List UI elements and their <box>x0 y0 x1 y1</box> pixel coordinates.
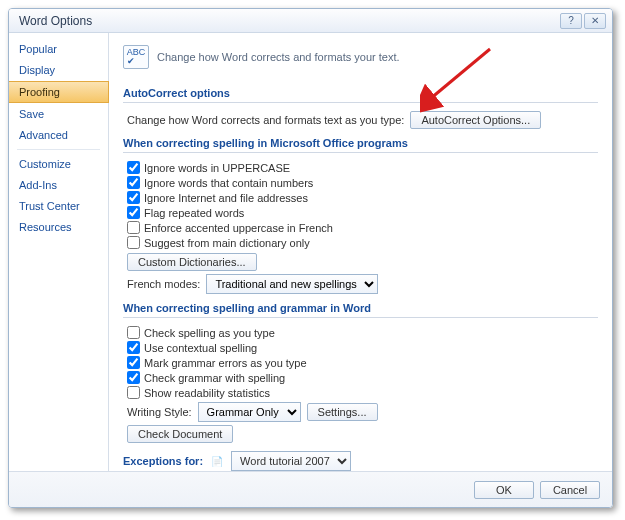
sidebar-item-addins[interactable]: Add-Ins <box>9 175 108 195</box>
sidebar-item-proofing[interactable]: Proofing <box>9 81 109 103</box>
chk-ignore-internet[interactable] <box>127 191 140 204</box>
autocorrect-desc: Change how Word corrects and formats tex… <box>127 114 404 126</box>
chk-contextual[interactable] <box>127 341 140 354</box>
chk-mark-grammar[interactable] <box>127 356 140 369</box>
section-autocorrect-title: AutoCorrect options <box>123 85 598 103</box>
close-button[interactable]: ✕ <box>584 13 606 29</box>
lbl-contextual: Use contextual spelling <box>144 342 257 354</box>
chk-flag-repeated[interactable] <box>127 206 140 219</box>
intro-text: Change how Word corrects and formats you… <box>157 51 400 63</box>
chk-check-grammar-spelling[interactable] <box>127 371 140 384</box>
exceptions-label: Exceptions for: <box>123 455 203 467</box>
lbl-ignore-internet: Ignore Internet and file addresses <box>144 192 308 204</box>
check-document-button[interactable]: Check Document <box>127 425 233 443</box>
cancel-button[interactable]: Cancel <box>540 481 600 499</box>
lbl-ignore-uppercase: Ignore words in UPPERCASE <box>144 162 290 174</box>
section-exceptions-head: Exceptions for: 📄 Word tutorial 2007 <box>123 449 598 471</box>
titlebar: Word Options ? ✕ <box>9 9 612 33</box>
sidebar-item-resources[interactable]: Resources <box>9 217 108 237</box>
sidebar-item-advanced[interactable]: Advanced <box>9 125 108 145</box>
sidebar-item-popular[interactable]: Popular <box>9 39 108 59</box>
sidebar-separator <box>17 149 100 150</box>
window-title: Word Options <box>19 14 92 28</box>
autocorrect-options-button[interactable]: AutoCorrect Options... <box>410 111 541 129</box>
chk-ignore-uppercase[interactable] <box>127 161 140 174</box>
chk-check-spelling-type[interactable] <box>127 326 140 339</box>
writing-style-select[interactable]: Grammar Only <box>198 402 301 422</box>
sidebar-item-trust-center[interactable]: Trust Center <box>9 196 108 216</box>
settings-button[interactable]: Settings... <box>307 403 378 421</box>
section-word-spell-title: When correcting spelling and grammar in … <box>123 300 598 318</box>
exceptions-doc-select[interactable]: Word tutorial 2007 <box>231 451 351 471</box>
body: Popular Display Proofing Save Advanced C… <box>9 33 612 471</box>
lbl-main-dict: Suggest from main dictionary only <box>144 237 310 249</box>
sidebar: Popular Display Proofing Save Advanced C… <box>9 33 109 471</box>
section-office-spell-title: When correcting spelling in Microsoft Of… <box>123 135 598 153</box>
sidebar-item-display[interactable]: Display <box>9 60 108 80</box>
help-button[interactable]: ? <box>560 13 582 29</box>
document-icon: 📄 <box>209 454 225 468</box>
chk-readability[interactable] <box>127 386 140 399</box>
word-options-window: Word Options ? ✕ Popular Display Proofin… <box>8 8 613 508</box>
chk-enforce-accented[interactable] <box>127 221 140 234</box>
sidebar-item-customize[interactable]: Customize <box>9 154 108 174</box>
lbl-mark-grammar: Mark grammar errors as you type <box>144 357 307 369</box>
footer: OK Cancel <box>9 471 612 507</box>
lbl-readability: Show readability statistics <box>144 387 270 399</box>
french-modes-label: French modes: <box>127 278 200 290</box>
intro-row: ABC✔ Change how Word corrects and format… <box>123 43 598 79</box>
chk-main-dict[interactable] <box>127 236 140 249</box>
main-panel: ABC✔ Change how Word corrects and format… <box>109 33 612 471</box>
ok-button[interactable]: OK <box>474 481 534 499</box>
custom-dictionaries-button[interactable]: Custom Dictionaries... <box>127 253 257 271</box>
lbl-check-grammar-spelling: Check grammar with spelling <box>144 372 285 384</box>
writing-style-label: Writing Style: <box>127 406 192 418</box>
lbl-ignore-numbers: Ignore words that contain numbers <box>144 177 313 189</box>
french-modes-select[interactable]: Traditional and new spellings <box>206 274 378 294</box>
lbl-enforce-accented: Enforce accented uppercase in French <box>144 222 333 234</box>
chk-ignore-numbers[interactable] <box>127 176 140 189</box>
lbl-check-spelling-type: Check spelling as you type <box>144 327 275 339</box>
lbl-flag-repeated: Flag repeated words <box>144 207 244 219</box>
sidebar-item-save[interactable]: Save <box>9 104 108 124</box>
abc-check-icon: ABC✔ <box>123 45 149 69</box>
autocorrect-row: Change how Word corrects and formats tex… <box>127 111 598 129</box>
